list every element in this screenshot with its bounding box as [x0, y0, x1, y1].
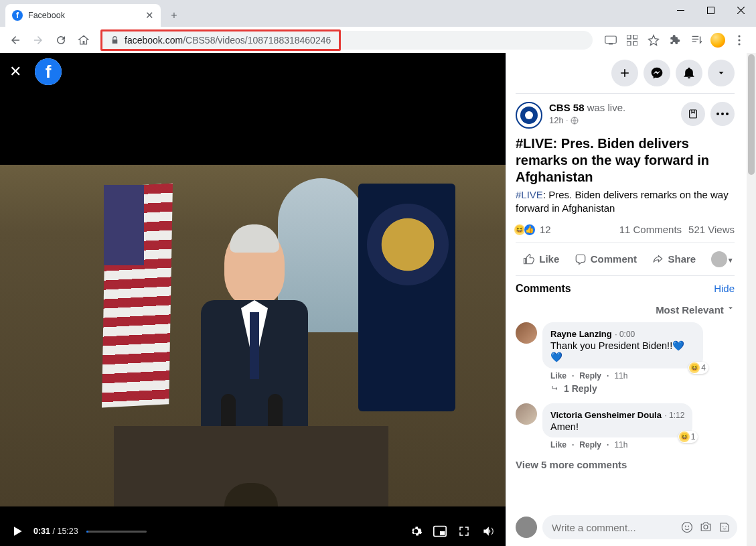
svg-point-9	[738, 39, 740, 41]
comment-like-button[interactable]: Like	[550, 440, 566, 450]
comment-reply-button[interactable]: Reply	[579, 371, 601, 381]
like-button[interactable]: Like	[516, 249, 566, 269]
tab-close-icon[interactable]: ✕	[145, 9, 154, 21]
messenger-button[interactable]	[644, 60, 670, 86]
svg-point-23	[726, 527, 727, 528]
comment-reply-button[interactable]: Reply	[579, 440, 601, 450]
svg-rect-5	[633, 35, 637, 39]
comment-author[interactable]: Rayne Lanzing	[550, 329, 612, 339]
video-frame[interactable]	[0, 165, 506, 506]
comments-heading: Comments	[516, 283, 571, 295]
view-count: 521 Views	[688, 224, 735, 235]
browser-tab[interactable]: f Facebook ✕	[5, 4, 161, 27]
play-button[interactable]	[9, 523, 25, 539]
svg-rect-3	[609, 44, 613, 44]
comment-video-ts[interactable]: · 1:12	[664, 411, 684, 420]
comment-time[interactable]: 11h	[614, 371, 627, 381]
comment-count[interactable]: 11 Comments	[619, 224, 682, 235]
save-button[interactable]	[681, 102, 705, 126]
hide-comments-link[interactable]: Hide	[714, 283, 735, 294]
view-more-comments[interactable]: View 5 more comments	[516, 455, 735, 474]
volume-icon[interactable]	[480, 523, 496, 539]
comment-video-ts[interactable]: · 0:00	[615, 330, 635, 339]
composer-avatar[interactable]	[516, 517, 537, 538]
profile-extension-icon[interactable]	[710, 33, 725, 48]
notifications-button[interactable]	[676, 60, 702, 86]
window-maximize[interactable]	[696, 0, 726, 20]
like-icon: 👍	[524, 224, 536, 236]
svg-rect-0	[677, 10, 684, 11]
video-panel: ✕ f 0:31 / 15:23	[0, 53, 506, 546]
window-close[interactable]	[726, 0, 756, 20]
post-timestamp[interactable]: 12h·	[549, 115, 674, 125]
svg-point-15	[716, 113, 719, 115]
view-replies-button[interactable]: 1 Reply	[550, 383, 735, 394]
tab-title: Facebook	[28, 11, 140, 20]
screencast-icon[interactable]	[603, 33, 618, 48]
progress-bar[interactable]	[86, 531, 147, 533]
svg-rect-2	[605, 36, 617, 44]
comment-avatar[interactable]	[516, 403, 537, 425]
svg-point-17	[726, 113, 729, 115]
comment-input[interactable]	[552, 522, 681, 533]
emoji-picker-icon[interactable]	[681, 521, 693, 533]
share-as-button[interactable]: ▼	[704, 247, 734, 271]
comment-reaction-badge[interactable]: 😆4	[688, 362, 708, 374]
comment-composer	[516, 515, 737, 539]
comment-sort-button[interactable]: Most Relevant	[516, 301, 735, 322]
svg-rect-4	[627, 35, 631, 39]
comment-author[interactable]: Victoria Gensheimer Doula	[550, 410, 662, 420]
window-minimize[interactable]	[666, 0, 696, 20]
browser-menu-icon[interactable]	[732, 33, 747, 48]
nav-back-button[interactable]	[5, 30, 25, 50]
svg-point-10	[738, 43, 740, 45]
close-video-button[interactable]: ✕	[5, 62, 25, 82]
settings-gear-icon[interactable]	[408, 523, 424, 539]
grid-icon[interactable]	[625, 33, 639, 48]
svg-point-22	[723, 527, 724, 528]
comment-reaction-badge[interactable]: 😆1	[678, 431, 698, 443]
reading-list-icon[interactable]	[689, 33, 704, 48]
post-menu-button[interactable]	[710, 102, 735, 126]
scrollbar[interactable]	[747, 53, 756, 546]
svg-rect-1	[708, 7, 714, 13]
toolbar-icons	[599, 33, 751, 48]
pip-icon[interactable]	[432, 523, 448, 539]
bookmark-star-icon[interactable]	[646, 33, 661, 48]
camera-icon[interactable]	[700, 521, 712, 533]
header-actions	[516, 53, 735, 94]
address-bar[interactable]: facebook.com/CBS58/videos/10871883184602…	[100, 29, 341, 51]
create-button[interactable]	[611, 60, 638, 86]
page-avatar[interactable]	[516, 102, 542, 129]
nav-forward-button[interactable]	[28, 30, 48, 50]
fullscreen-icon[interactable]	[456, 523, 472, 539]
info-panel: CBS 58 was live. 12h· #LIVE: Pres. Biden…	[506, 53, 756, 546]
address-bar-rest[interactable]	[341, 31, 593, 50]
action-bar: Like Comment Share ▼	[516, 243, 735, 276]
comment-button[interactable]: Comment	[568, 249, 644, 269]
nav-home-button[interactable]	[74, 30, 94, 50]
comment-bubble: Victoria Gensheimer Doula · 1:12 Amen! 😆…	[542, 403, 692, 437]
facebook-logo[interactable]: f	[35, 58, 62, 85]
facebook-favicon-icon: f	[12, 10, 23, 21]
page-content: ✕ f 0:31 / 15:23	[0, 53, 756, 546]
sticker-icon[interactable]	[719, 521, 731, 533]
account-menu-button[interactable]	[708, 60, 735, 86]
page-name[interactable]: CBS 58	[549, 102, 585, 113]
nav-reload-button[interactable]	[51, 30, 71, 50]
comment-input-wrap[interactable]	[542, 515, 737, 539]
new-tab-button[interactable]: +	[165, 6, 183, 25]
reaction-count[interactable]: 😆 👍 12	[516, 224, 551, 236]
svg-rect-6	[627, 42, 631, 46]
globe-icon	[571, 117, 579, 125]
comment-text: Thank you President Biden!!💙💙	[550, 340, 695, 363]
url-path: /CBS58/videos/1087188318460246	[183, 35, 331, 46]
svg-point-8	[738, 35, 740, 37]
extensions-icon[interactable]	[668, 33, 682, 48]
comment-time[interactable]: 11h	[614, 440, 627, 450]
browser-chrome: f Facebook ✕ + facebook.com/CBS58/videos…	[0, 0, 756, 53]
svg-point-20	[688, 526, 689, 527]
comment-avatar[interactable]	[516, 322, 537, 344]
share-button[interactable]: Share	[645, 249, 702, 269]
comment-like-button[interactable]: Like	[550, 371, 566, 381]
